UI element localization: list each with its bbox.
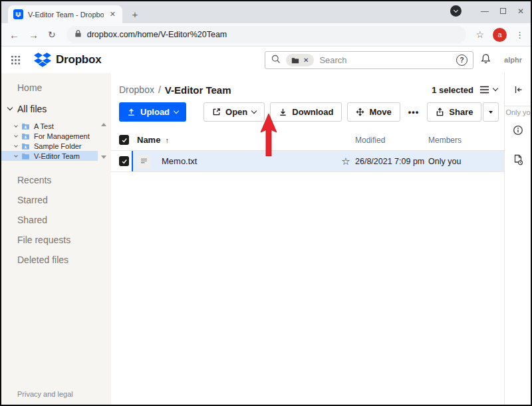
chevron-down-icon[interactable] xyxy=(14,134,18,138)
access-note: Only you have access xyxy=(505,108,532,116)
modified-column-header[interactable]: Modified xyxy=(355,136,428,145)
browser-toolbar: ← → ↻ dropbox.com/home/V-Editor%20Team ☆… xyxy=(1,23,531,47)
chevron-down-icon[interactable] xyxy=(14,153,18,157)
shared-folder-icon xyxy=(21,123,30,130)
minimize-button[interactable]: — xyxy=(481,7,489,15)
dropbox-logo[interactable]: Dropbox xyxy=(34,52,101,67)
sort-ascending-icon: ↑ xyxy=(165,136,169,144)
scroll-up-icon[interactable] xyxy=(101,123,106,126)
collapse-panel-button[interactable] xyxy=(505,73,531,106)
lock-icon xyxy=(74,29,82,41)
back-icon[interactable]: ← xyxy=(9,29,19,41)
select-all-checkbox[interactable] xyxy=(119,135,129,145)
check-icon xyxy=(121,158,128,165)
name-column-header[interactable]: Name ↑ xyxy=(137,135,336,145)
file-name[interactable]: Memo.txt xyxy=(162,156,197,166)
browser-update-icon[interactable] xyxy=(450,5,462,17)
collapse-left-icon xyxy=(513,85,523,94)
chevron-down-icon[interactable] xyxy=(14,124,18,128)
maximize-button[interactable] xyxy=(500,8,506,14)
upload-icon xyxy=(127,108,136,116)
browser-window: V-Editor Team - Dropbox ✕ + — ✕ ← → ↻ dr… xyxy=(0,0,532,406)
breadcrumb-root[interactable]: Dropbox xyxy=(119,84,154,95)
red-arrow-annotation xyxy=(259,114,279,156)
search-input[interactable] xyxy=(319,55,467,65)
check-icon xyxy=(121,137,128,144)
address-bar[interactable]: dropbox.com/home/V-Editor%20Team xyxy=(66,26,467,43)
view-options-button[interactable] xyxy=(479,86,497,94)
action-toolbar: Upload Open Download Move ••• xyxy=(111,97,504,130)
folder-icon xyxy=(291,57,299,64)
search-bar[interactable]: ✕ xyxy=(265,51,473,69)
sidebar-item-recents[interactable]: Recents xyxy=(1,170,111,190)
browser-menu-icon[interactable]: ⋮ xyxy=(515,30,524,40)
shared-folder-icon xyxy=(21,133,30,140)
account-avatar[interactable]: alphr xyxy=(504,56,522,64)
breadcrumb-separator: / xyxy=(158,84,161,95)
sidebar-item-home[interactable]: Home xyxy=(1,73,111,93)
scroll-down-icon[interactable] xyxy=(101,155,106,159)
privacy-legal-link[interactable]: Privacy and legal xyxy=(17,390,73,398)
sidebar-item-starred[interactable]: Starred xyxy=(1,190,111,210)
star-icon[interactable]: ☆ xyxy=(336,156,355,166)
sidebar-item-deleted-files[interactable]: Deleted files xyxy=(1,250,111,270)
new-tab-button[interactable]: + xyxy=(126,5,144,23)
close-button[interactable]: ✕ xyxy=(517,7,524,15)
url-text: dropbox.com/home/V-Editor%20Team xyxy=(87,30,227,39)
upload-button[interactable]: Upload xyxy=(119,102,186,122)
bookmark-star-icon[interactable]: ☆ xyxy=(475,29,484,40)
sidebar-item-file-requests[interactable]: File requests xyxy=(1,230,111,250)
tree-item-v-editor-team[interactable]: V-Editor Team xyxy=(1,151,98,161)
members-column-header[interactable]: Members xyxy=(428,136,504,145)
sidebar-item-all-files[interactable]: All files xyxy=(1,104,111,114)
browser-tab[interactable]: V-Editor Team - Dropbox ✕ xyxy=(8,5,122,23)
version-history-icon[interactable] xyxy=(513,154,523,165)
tab-title: V-Editor Team - Dropbox xyxy=(28,11,104,19)
move-button[interactable]: Move xyxy=(347,102,400,122)
open-icon xyxy=(212,108,221,116)
tree-scrollbar[interactable] xyxy=(100,121,108,161)
tree-item-a-test[interactable]: A Test xyxy=(1,121,98,131)
file-modified: 26/8/2021 7:09 pm xyxy=(355,157,428,166)
table-header: Name ↑ Modified Members xyxy=(111,130,504,151)
chevron-down-icon xyxy=(251,108,257,113)
chevron-down-icon[interactable] xyxy=(7,105,13,110)
share-options-button[interactable] xyxy=(483,102,499,122)
download-button[interactable]: Download xyxy=(270,102,342,122)
folder-tree: A Test For Management Sample Folder V-Ed… xyxy=(1,121,111,161)
details-rail xyxy=(504,73,531,405)
selection-count: 1 selected xyxy=(432,85,473,95)
tree-item-for-management[interactable]: For Management xyxy=(1,131,98,141)
share-button[interactable]: Share xyxy=(427,102,481,122)
dropbox-header: Dropbox ✕ ? alphr xyxy=(1,47,531,73)
tab-close-icon[interactable]: ✕ xyxy=(108,10,117,19)
reload-icon[interactable]: ↻ xyxy=(48,29,56,40)
notifications-bell-icon[interactable] xyxy=(480,53,491,67)
search-icon xyxy=(271,54,281,66)
row-checkbox[interactable] xyxy=(119,156,129,166)
folder-icon xyxy=(21,153,30,159)
help-icon[interactable]: ? xyxy=(456,54,467,66)
browser-tab-strip: V-Editor Team - Dropbox ✕ + — ✕ xyxy=(1,1,531,23)
browser-profile-avatar[interactable]: a xyxy=(493,28,507,42)
file-members: Only you xyxy=(428,157,504,166)
chevron-down-icon xyxy=(493,86,498,91)
info-icon[interactable] xyxy=(513,125,523,136)
dropbox-wordmark: Dropbox xyxy=(56,53,101,66)
chip-close-icon[interactable]: ✕ xyxy=(303,56,309,64)
sidebar: Home All files A Test For Management xyxy=(1,73,111,405)
breadcrumb-current: V-Editor Team xyxy=(165,84,231,96)
sidebar-item-shared[interactable]: Shared xyxy=(1,210,111,230)
forward-icon[interactable]: → xyxy=(29,29,39,41)
chevron-down-icon xyxy=(489,111,493,114)
search-filter-chip[interactable]: ✕ xyxy=(286,54,314,66)
more-actions-button[interactable]: ••• xyxy=(406,102,422,122)
open-button[interactable]: Open xyxy=(203,102,265,122)
tree-item-sample-folder[interactable]: Sample Folder xyxy=(1,141,98,151)
table-row[interactable]: Memo.txt ☆ 26/8/2021 7:09 pm Only you xyxy=(111,151,504,172)
download-icon xyxy=(279,108,287,116)
chevron-down-icon[interactable] xyxy=(14,144,18,148)
text-file-icon xyxy=(137,155,150,168)
apps-grid-icon[interactable] xyxy=(11,55,21,65)
dropbox-favicon xyxy=(13,9,23,19)
